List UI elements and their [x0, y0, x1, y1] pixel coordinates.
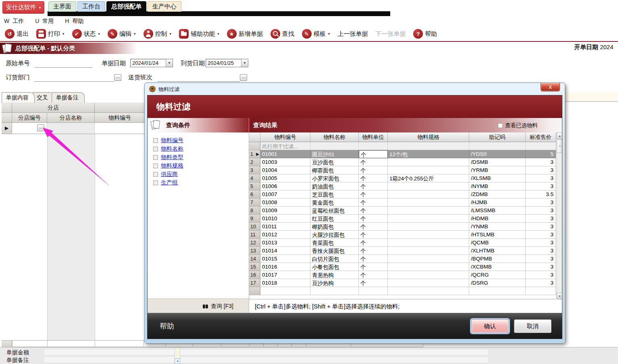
table-cell[interactable]: 3: [526, 247, 556, 255]
table-cell[interactable]: 个: [359, 231, 388, 239]
table-cell[interactable]: [388, 247, 469, 255]
row-number-cell[interactable]: 12: [249, 239, 260, 247]
app-tab[interactable]: 工作台: [77, 1, 105, 12]
table-cell[interactable]: /XCBMB: [469, 263, 526, 271]
table-cell[interactable]: [469, 287, 526, 295]
cancel-button[interactable]: 取消: [514, 319, 551, 333]
original-no-input[interactable]: [34, 60, 93, 68]
table-cell[interactable]: /YRMB: [469, 166, 526, 174]
results-filter-row[interactable]: 此行用于过滤...: [249, 142, 556, 150]
table-cell[interactable]: 白切片面包: [310, 255, 359, 263]
vertical-scrollbar[interactable]: ▲ ≡ ▼: [556, 132, 562, 299]
toolbar-button[interactable]: ↺退出: [5, 29, 29, 39]
table-cell[interactable]: /QCRG: [469, 271, 526, 279]
dialog-titlebar[interactable]: 物料过滤 X: [145, 83, 565, 95]
amount-field[interactable]: [44, 350, 488, 356]
table-row[interactable]: 1301014香辣火腿面包个/XLHTMB3: [249, 247, 556, 255]
table-cell[interactable]: 红豆面包: [310, 215, 359, 223]
table-cell[interactable]: 01010: [260, 215, 310, 223]
table-cell[interactable]: /NYMB: [469, 182, 526, 190]
table-cell[interactable]: [388, 207, 469, 215]
grid-cell-material-code[interactable]: [95, 123, 145, 134]
table-row[interactable]: 1▶01001圆豆沙01个12个/包/YDS05: [249, 150, 556, 158]
table-cell[interactable]: [388, 239, 469, 247]
table-cell[interactable]: /XLHTMB: [469, 247, 526, 255]
toolbar-button[interactable]: 打印▾: [36, 29, 65, 39]
table-cell[interactable]: 01005: [260, 174, 310, 182]
content-tab[interactable]: 单据内容: [2, 92, 35, 103]
table-cell[interactable]: /BQPMB: [469, 255, 526, 263]
filter-cell[interactable]: [526, 142, 556, 150]
table-cell[interactable]: [388, 199, 469, 207]
grid-col-branch-code[interactable]: 分店编号: [12, 113, 47, 123]
filter-cell[interactable]: [310, 142, 359, 150]
table-cell[interactable]: /QCMB: [469, 239, 526, 247]
help-link[interactable]: 帮助: [160, 313, 174, 339]
table-cell[interactable]: /DSMB: [469, 158, 526, 166]
delivery-shift-input[interactable]: [157, 74, 240, 82]
column-header[interactable]: 物料规格: [388, 132, 469, 142]
column-header[interactable]: 物料单位: [359, 132, 388, 142]
checkbox[interactable]: [153, 147, 158, 151]
table-cell[interactable]: [388, 182, 469, 190]
scroll-left-button[interactable]: ◂: [175, 358, 180, 364]
table-cell[interactable]: /YDS0: [469, 150, 526, 158]
table-cell[interactable]: 3: [526, 223, 556, 231]
table-row[interactable]: 801009蓝莓松丝面包个/LMSSMB3: [249, 207, 556, 215]
table-cell[interactable]: 3: [526, 215, 556, 223]
table-cell[interactable]: 01004: [260, 166, 310, 174]
toolbar-button[interactable]: ✔状态▾: [72, 29, 100, 39]
table-cell[interactable]: [260, 287, 310, 295]
table-cell[interactable]: 5: [526, 150, 556, 158]
table-cell[interactable]: [526, 287, 556, 295]
table-row[interactable]: 201003豆沙面包个/DSMB3: [249, 158, 556, 166]
table-cell[interactable]: [388, 255, 469, 263]
table-cell[interactable]: 个: [359, 279, 388, 287]
row-number-cell[interactable]: 13: [249, 247, 260, 255]
table-cell[interactable]: 火腿沙拉面包: [310, 231, 359, 239]
table-row[interactable]: 601007芝豆面包个/ZDMB3.5: [249, 190, 556, 199]
table-cell[interactable]: 01011: [260, 223, 310, 231]
table-cell[interactable]: [388, 215, 469, 223]
menubar-item[interactable]: H帮助: [65, 18, 83, 25]
toolbar-button[interactable]: 辅助功能▾: [179, 29, 219, 39]
toolbar-button[interactable]: 查找: [271, 29, 294, 39]
table-cell[interactable]: [388, 223, 469, 231]
row-number-cell[interactable]: 3: [249, 166, 260, 174]
table-cell[interactable]: 01008: [260, 199, 310, 207]
table-cell[interactable]: 个: [359, 247, 388, 255]
row-number-cell[interactable]: 1▶: [249, 150, 260, 158]
menubar-item[interactable]: W工作: [4, 18, 24, 25]
table-cell[interactable]: /HTSLMB: [469, 231, 526, 239]
confirm-button[interactable]: 确认: [471, 319, 509, 333]
row-number-cell[interactable]: 14: [249, 255, 260, 263]
table-cell[interactable]: /XLSMB: [469, 174, 526, 182]
row-number-cell[interactable]: 6: [249, 190, 260, 199]
table-cell[interactable]: [310, 287, 359, 295]
table-cell[interactable]: 3: [526, 166, 556, 174]
filter-cell[interactable]: [469, 142, 526, 150]
menubar-item[interactable]: U常用: [35, 18, 54, 25]
table-cell[interactable]: 01003: [260, 158, 310, 166]
app-tab[interactable]: 总部强配单: [106, 1, 146, 12]
column-header[interactable]: 助记码: [469, 132, 526, 142]
column-header[interactable]: 物料名称: [310, 132, 359, 142]
table-cell[interactable]: 个: [359, 215, 388, 223]
table-row[interactable]: 701008黄金面包个/HJMB3: [249, 199, 556, 207]
table-cell[interactable]: 个: [359, 271, 388, 279]
doc-date-select[interactable]: 2024/01/24 ▼: [130, 59, 173, 67]
table-cell[interactable]: 个: [359, 182, 388, 190]
row-number-cell[interactable]: 17: [249, 279, 260, 287]
app-tab[interactable]: 生产中心: [148, 1, 181, 12]
table-cell[interactable]: 01013: [260, 239, 310, 247]
delivery-shift-lookup-button[interactable]: …: [240, 74, 247, 81]
table-cell[interactable]: 3: [526, 174, 556, 182]
table-cell[interactable]: 3: [526, 255, 556, 263]
header-corner-cell[interactable]: [249, 132, 260, 142]
scroll-down-icon[interactable]: ▼: [557, 293, 562, 299]
checkbox[interactable]: [153, 180, 158, 185]
table-cell[interactable]: [388, 158, 469, 166]
query-condition-item[interactable]: 生产组: [153, 179, 183, 186]
table-cell[interactable]: [388, 287, 469, 295]
table-cell[interactable]: [388, 231, 469, 239]
